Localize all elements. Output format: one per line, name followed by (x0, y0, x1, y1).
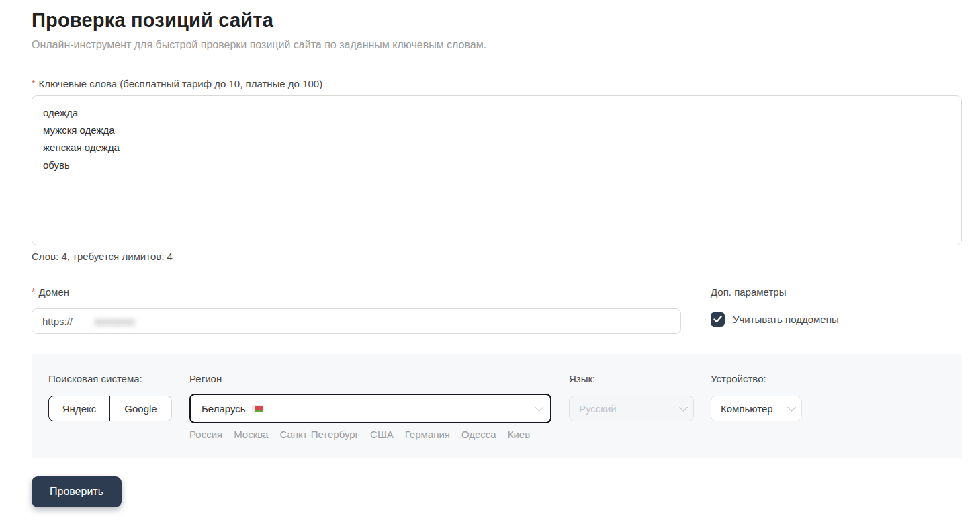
required-asterisk: * (32, 78, 35, 89)
region-shortcut-moscow[interactable]: Москва (234, 429, 268, 441)
region-shortcut-russia[interactable]: Россия (189, 429, 222, 441)
engine-button-yandex[interactable]: Яндекс (48, 396, 110, 421)
region-shortcut-usa[interactable]: США (370, 429, 394, 441)
keywords-label-text: Ключевые слова (бесплатный тариф до 10, … (38, 78, 322, 89)
domain-input[interactable]: ●●●●●● (83, 309, 680, 333)
region-group: Регион Беларусь Россия Москва Санкт-Пете… (189, 373, 551, 441)
keywords-textarea[interactable]: одежда мужскя одежда женская одежда обув… (32, 95, 962, 245)
keywords-label: *Ключевые слова (бесплатный тариф до 10,… (32, 78, 962, 89)
checkbox-checked-icon[interactable] (711, 312, 725, 327)
belarus-flag-icon (252, 405, 263, 412)
extra-params-title: Доп. параметры (711, 286, 839, 298)
extra-params-block: Доп. параметры Учитывать поддомены (711, 286, 839, 327)
device-select[interactable]: Компьютер (711, 396, 802, 421)
submit-button[interactable]: Проверить (32, 476, 122, 507)
domain-section: *Домен https:// ●●●●●● Доп. параметры Уч… (32, 286, 962, 334)
region-shortcut-germany[interactable]: Германия (405, 429, 450, 441)
chevron-down-icon (535, 403, 543, 412)
domain-input-group: https:// ●●●●●● (32, 308, 681, 334)
engine-group: Поисковая система: Яндекс Google (48, 373, 172, 421)
required-asterisk: * (32, 286, 35, 297)
language-label: Язык: (569, 373, 694, 384)
chevron-down-icon (679, 403, 688, 412)
subdomains-checkbox-row[interactable]: Учитывать поддомены (711, 312, 839, 327)
region-selected-value: Беларусь (202, 403, 246, 415)
region-select[interactable]: Беларусь (189, 394, 551, 423)
region-shortcut-spb[interactable]: Санкт-Петербург (279, 429, 359, 441)
domain-masked-value: ●●●●●● (95, 316, 135, 327)
subdomains-checkbox-label: Учитывать поддомены (733, 314, 839, 325)
engine-button-google[interactable]: Google (110, 396, 172, 421)
domain-label-text: Домен (38, 286, 69, 298)
device-selected-value: Компьютер (721, 403, 773, 415)
region-label: Регион (189, 373, 551, 384)
keywords-counter: Слов: 4, требуется лимитов: 4 (32, 251, 962, 262)
region-shortcuts: Россия Москва Санкт-Петербург США Герман… (189, 429, 551, 441)
language-select: Русский (569, 396, 694, 421)
region-shortcut-kiev[interactable]: Киев (508, 429, 530, 441)
language-group: Язык: Русский (569, 373, 694, 421)
engine-label: Поисковая система: (48, 373, 172, 384)
device-label: Устройство: (711, 373, 802, 384)
engine-toggle: Яндекс Google (48, 396, 172, 421)
domain-protocol-prefix: https:// (32, 309, 83, 333)
position-check-page: Проверка позиций сайта Онлайн-инструмент… (0, 0, 980, 507)
search-settings-panel: Поисковая система: Яндекс Google Регион … (32, 354, 962, 458)
page-subtitle: Онлайн-инструмент для быстрой проверки п… (32, 39, 962, 51)
page-title: Проверка позиций сайта (32, 9, 962, 32)
device-group: Устройство: Компьютер (711, 373, 802, 421)
language-selected-value: Русский (579, 403, 617, 415)
chevron-down-icon (787, 403, 796, 412)
region-shortcut-odessa[interactable]: Одесса (461, 429, 496, 441)
